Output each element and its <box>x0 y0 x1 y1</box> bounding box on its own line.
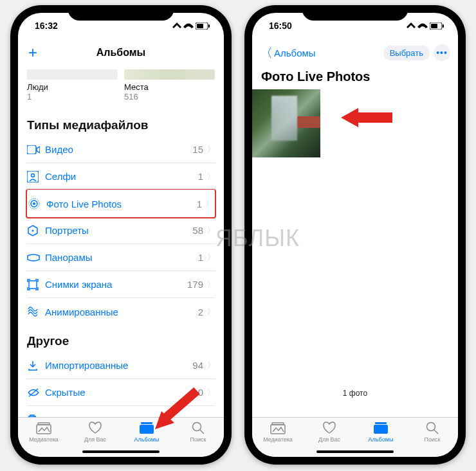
svg-point-25 <box>427 423 435 431</box>
row-video[interactable]: Видео 15 〉 <box>27 136 215 163</box>
status-icons <box>172 22 210 30</box>
row-label: Анимированные <box>45 307 198 317</box>
arrow-annotation <box>152 384 203 436</box>
albums-icon <box>372 421 389 435</box>
album-title: Фото Live Photos <box>252 67 458 89</box>
library-icon <box>35 421 52 435</box>
search-icon <box>424 421 441 435</box>
tab-label: Поиск <box>425 436 441 443</box>
svg-line-26 <box>434 430 438 434</box>
video-icon <box>27 145 45 154</box>
row-screenshots[interactable]: Снимки экрана 179 〉 <box>27 271 215 298</box>
chevron-left-icon: 〈 <box>260 44 273 62</box>
row-label: Видео <box>45 144 192 155</box>
library-icon <box>270 421 286 435</box>
animated-icon <box>27 306 45 317</box>
album-name: Места <box>124 82 215 92</box>
chevron-right-icon: 〉 <box>207 225 215 236</box>
tab-label: Медиатека <box>29 436 59 443</box>
album-tile-places[interactable]: Места 516 <box>124 69 215 102</box>
tab-label: Для Вас <box>318 436 340 443</box>
tab-label: Альбомы <box>369 436 394 443</box>
nav-bar: 〈 Альбомы Выбрать ••• <box>252 39 458 67</box>
tab-label: Поиск <box>190 436 206 443</box>
svg-rect-23 <box>374 425 388 434</box>
album-tile-people[interactable]: Люди 1 <box>27 69 118 102</box>
row-count: 179 <box>187 279 203 290</box>
back-label: Альбомы <box>274 48 316 58</box>
back-button[interactable]: 〈 Альбомы <box>260 44 316 62</box>
row-selfie[interactable]: Селфи 1 〉 <box>27 163 215 190</box>
svg-rect-1 <box>208 24 210 28</box>
chevron-right-icon: 〉 <box>207 387 215 398</box>
nav-title: Альбомы <box>96 47 146 58</box>
add-button[interactable]: + <box>26 44 40 62</box>
chevron-right-icon: 〉 <box>207 307 215 317</box>
row-count: 2 <box>198 307 203 317</box>
status-icons <box>407 22 444 30</box>
svg-point-5 <box>32 173 35 177</box>
row-animated[interactable]: Анимированные 2 〉 <box>27 298 215 325</box>
status-time: 16:50 <box>269 21 292 31</box>
svg-rect-15 <box>141 422 152 424</box>
foryou-icon <box>321 421 338 435</box>
row-label: Снимки экрана <box>45 279 187 290</box>
row-portraits[interactable]: Портреты 58 〉 <box>27 217 215 244</box>
home-indicator[interactable] <box>316 450 394 453</box>
row-count: 94 <box>192 360 203 371</box>
chevron-right-icon: 〉 <box>207 414 215 418</box>
chevron-right-icon: 〉 <box>207 279 215 290</box>
row-label: Панорамы <box>45 252 198 263</box>
tab-search[interactable]: Поиск <box>407 421 458 457</box>
svg-point-8 <box>33 202 35 205</box>
notch <box>302 5 408 21</box>
row-count: 1 <box>198 171 203 182</box>
chevron-right-icon: 〉 <box>207 144 215 155</box>
photo-thumbnail[interactable] <box>252 89 320 157</box>
row-count: 58 <box>192 225 203 236</box>
select-button[interactable]: Выбрать <box>383 46 430 60</box>
album-count: 516 <box>124 92 215 102</box>
tab-label: Медиатека <box>263 436 293 443</box>
import-icon <box>27 360 45 371</box>
nav-bar: + Альбомы <box>18 39 224 67</box>
notch <box>68 5 174 21</box>
live-photos-icon <box>28 198 46 209</box>
chevron-right-icon: 〉 <box>207 252 215 263</box>
section-header-other: Другое <box>27 325 215 352</box>
home-indicator[interactable] <box>82 450 160 453</box>
tab-library[interactable]: Медиатека <box>252 421 304 457</box>
svg-rect-24 <box>375 422 387 424</box>
svg-rect-20 <box>431 24 437 28</box>
tab-label: Для Вас <box>84 436 106 443</box>
svg-rect-10 <box>29 281 37 289</box>
chevron-right-icon: 〉 <box>206 199 214 209</box>
row-count: 1 <box>198 252 203 263</box>
highlighted-row: Фото Live Photos 1 〉 <box>26 189 216 218</box>
tab-library[interactable]: Медиатека <box>18 421 69 457</box>
tab-label: Альбомы <box>134 436 160 443</box>
row-imported[interactable]: Импортированные 94 〉 <box>27 352 215 379</box>
content-scroll[interactable]: Люди 1 Места 516 Типы медиафайлов Видео … <box>18 67 224 417</box>
photo-count-footer: 1 фото <box>252 157 458 398</box>
screenshot-icon <box>27 279 45 290</box>
row-label: Импортированные <box>45 360 192 371</box>
foryou-icon <box>87 421 104 435</box>
row-panoramas[interactable]: Панорамы 1 〉 <box>27 244 215 271</box>
chevron-right-icon: 〉 <box>207 171 215 182</box>
row-label: Селфи <box>45 171 198 182</box>
status-time: 16:32 <box>35 21 58 31</box>
trash-icon <box>27 414 45 417</box>
watermark: ЯБЛЫК <box>215 225 300 252</box>
album-count: 1 <box>27 92 118 102</box>
row-label: Фото Live Photos <box>46 199 197 209</box>
more-button[interactable]: ••• <box>434 44 450 61</box>
album-name: Люди <box>27 82 118 92</box>
hidden-icon <box>27 388 45 397</box>
svg-point-9 <box>32 229 34 231</box>
svg-rect-3 <box>27 145 36 154</box>
row-label: Портреты <box>45 225 192 236</box>
svg-rect-13 <box>38 423 50 425</box>
row-live-photos[interactable]: Фото Live Photos 1 〉 <box>28 190 214 217</box>
portrait-icon <box>27 225 45 236</box>
